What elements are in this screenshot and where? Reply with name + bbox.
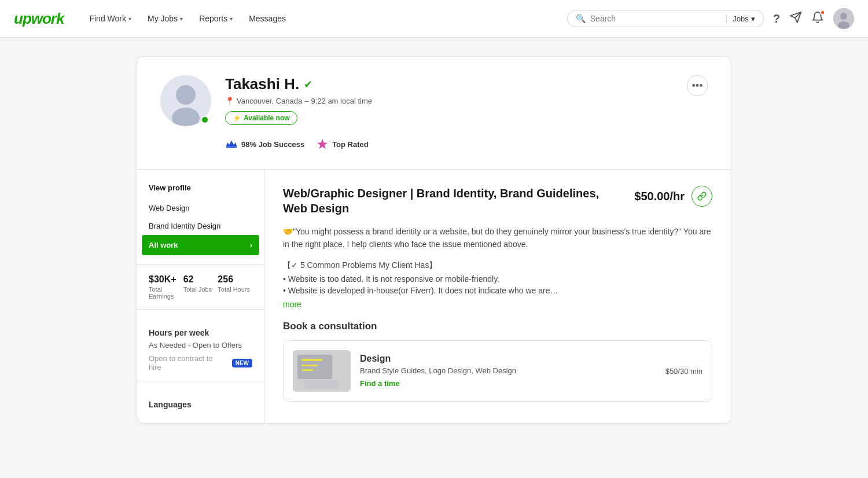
hours-section: Hours per week As Needed - Open to Offer… [137,319,264,372]
problem-2: • Website is developed in-house(or Fiver… [283,286,712,295]
find-time-link[interactable]: Find a time [360,379,400,388]
svg-rect-10 [301,359,322,361]
sidebar-web-design[interactable]: Web Design [137,199,264,217]
stat-jobs: 62 Total Jobs [183,274,218,300]
chevron-down-icon: ▾ [128,16,131,22]
nav-find-work[interactable]: Find Work ▾ [82,9,138,28]
location-pin-icon: 📍 [225,97,234,105]
view-profile-title: View profile [137,183,264,199]
chevron-down-icon: ▾ [230,16,233,22]
more-options-button[interactable]: ••• [687,75,708,96]
help-button[interactable]: ? [773,12,780,25]
search-icon: 🔍 [576,14,586,23]
consultation-price-block: $50/30 min [665,366,703,376]
sidebar-brand-identity[interactable]: Brand Identity Design [137,217,264,235]
profile-location: 📍 Vancouver, Canada – 9:22 am local time [225,97,673,105]
sidebar-all-work[interactable]: All work › [142,235,259,255]
consultation-thumbnail [293,350,351,392]
verified-icon: ✔ [304,78,312,91]
chevron-down-icon: ▾ [751,14,755,23]
contract-hire-row: Open to contract to hire NEW [149,354,252,372]
job-title: Web/Graphic Designer | Brand Identity, B… [283,186,623,216]
hourly-rate: $50.00/hr [634,190,685,203]
problems-header: 【✓ 5 Common Problems My Client Has】 [283,260,712,271]
search-bar[interactable]: 🔍 Jobs ▾ [567,10,764,27]
new-badge: NEW [232,359,252,367]
consultation-tags: Brand Style Guides, Logo Design, Web Des… [360,366,656,375]
consultation-card: Design Brand Style Guides, Logo Design, … [283,340,712,402]
copy-link-button[interactable] [692,186,712,207]
user-avatar[interactable] [833,8,854,29]
online-indicator [201,116,209,124]
profile-sidebar: View profile Web Design Brand Identity D… [137,170,264,423]
profile-top-card: Takashi H. ✔ 📍 Vancouver, Canada – 9:22 … [137,56,731,170]
star-shield-icon [316,138,329,150]
nav-my-jobs[interactable]: My Jobs ▾ [141,9,190,28]
top-rated-badge: Top Rated [316,138,369,150]
svg-rect-9 [304,380,339,388]
profile-description: 🤝"You might possess a brand identity or … [283,225,712,251]
more-link[interactable]: more [283,300,301,309]
consultation-name: Design [360,354,656,364]
navbar-actions: 🔍 Jobs ▾ ? [567,8,854,29]
rate-link-row: $50.00/hr [634,186,712,207]
stat-hours: 256 Total Hours [218,274,252,300]
availability-badge: ⚡ Available now [225,111,297,125]
problem-1: • Website is too dated. It is not respon… [283,274,712,284]
profile-name-row: Takashi H. ✔ [225,75,673,93]
crown-icon [225,138,238,150]
stat-earnings: $30K+ Total Earnings [149,274,183,300]
nav-messages[interactable]: Messages [242,9,293,28]
badges-row: 98% Job Success Top Rated [225,138,673,150]
problems-box: 【✓ 5 Common Problems My Client Has】 • We… [283,260,712,309]
lightning-icon: ⚡ [233,114,241,122]
languages-section: Languages [137,391,264,409]
consultation-price: $50/30 min [665,366,703,376]
search-input[interactable] [590,14,727,23]
stats-row: $30K+ Total Earnings 62 Total Jobs 256 T… [137,274,264,300]
profile-main: Web/Graphic Designer | Brand Identity, B… [264,170,731,423]
profile-name: Takashi H. [225,75,299,93]
consultation-section-title: Book a consultation [283,321,712,332]
navbar: upwork Find Work ▾ My Jobs ▾ Reports ▾ M… [0,0,868,38]
chevron-down-icon: ▾ [180,16,183,22]
svg-rect-12 [301,369,313,371]
svg-rect-11 [301,365,318,366]
chevron-right-icon: › [250,241,252,249]
profile-bottom: View profile Web Design Brand Identity D… [137,170,731,424]
search-category-dropdown[interactable]: Jobs ▾ [726,14,755,23]
job-success-badge: 98% Job Success [225,138,304,150]
notifications-button[interactable] [811,11,824,27]
consultation-info: Design Brand Style Guides, Logo Design, … [360,354,656,388]
svg-point-1 [840,13,847,20]
svg-point-4 [176,85,196,105]
notification-dot [820,10,825,15]
avatar-wrap [160,75,211,126]
job-title-row: Web/Graphic Designer | Brand Identity, B… [283,186,712,216]
svg-rect-8 [297,355,332,379]
nav: Find Work ▾ My Jobs ▾ Reports ▾ Messages [82,9,567,28]
svg-rect-6 [226,147,237,148]
nav-reports[interactable]: Reports ▾ [192,9,240,28]
profile-info: Takashi H. ✔ 📍 Vancouver, Canada – 9:22 … [225,75,673,150]
page-content: Takashi H. ✔ 📍 Vancouver, Canada – 9:22 … [127,56,741,424]
link-icon [697,192,707,201]
logo[interactable]: upwork [14,10,64,28]
send-icon[interactable] [789,11,802,27]
